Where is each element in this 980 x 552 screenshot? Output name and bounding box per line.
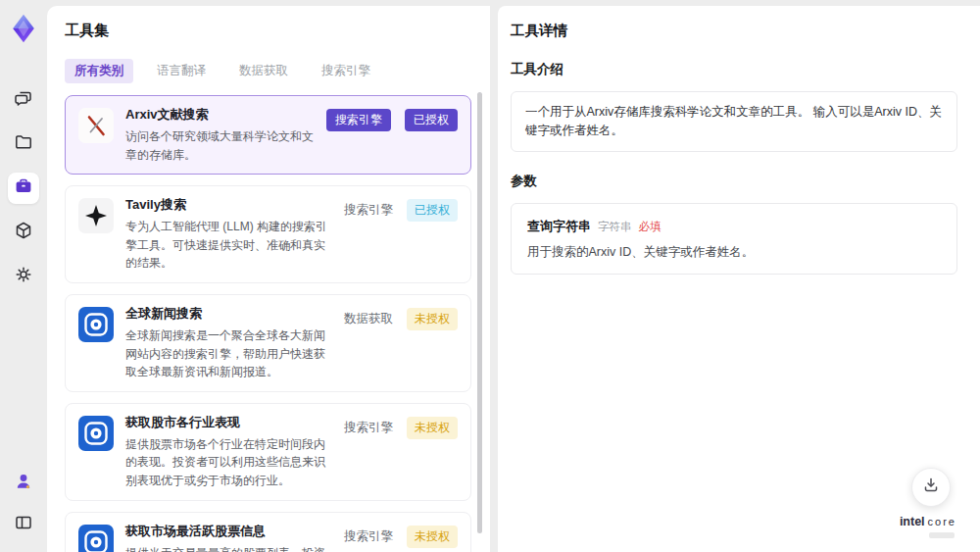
tool-category-badge: 数据获取 [344, 311, 393, 327]
tab-data-fetch[interactable]: 数据获取 [229, 59, 298, 83]
tool-category-badge: 搜索引擎 [326, 109, 391, 131]
sidebar-item-account[interactable] [8, 468, 39, 499]
page-title: 工具集 [65, 22, 472, 40]
tool-name: 获取市场最活跃股票信息 [125, 523, 332, 540]
tool-card-meta: 搜索引擎 未授权 [344, 417, 458, 439]
tool-card-body: 获取股市各行业表现 提供股票市场各个行业在特定时间段内的表现。投资者可以利用这些… [125, 414, 332, 490]
tool-description: 提供股票市场各个行业在特定时间段内的表现。投资者可以利用这些信息来识别表现优于或… [125, 435, 332, 490]
tool-card-meta: 数据获取 未授权 [344, 308, 458, 330]
tool-card-body: Arxiv文献搜索 访问各个研究领域大量科学论文和文章的存储库。 [125, 106, 315, 164]
sidebar-item-packages[interactable] [8, 217, 39, 248]
params-heading: 参数 [511, 173, 957, 190]
intro-heading: 工具介绍 [511, 61, 957, 78]
intro-text: 一个用于从Arxiv存储库搜索科学论文和文章的工具。 输入可以是Arxiv ID… [511, 91, 957, 152]
toolbox-icon [14, 176, 33, 200]
folder-icon [14, 132, 33, 156]
tool-name: Tavily搜索 [125, 196, 332, 214]
intel-core-logo: intelcore [900, 512, 956, 538]
main-area: 工具集 所有类别 语言翻译 数据获取 搜索引擎 Arxiv文献搜索 访问各个研究… [47, 0, 980, 552]
tab-all-categories[interactable]: 所有类别 [65, 59, 133, 83]
sidebar-item-files[interactable] [8, 128, 39, 160]
tool-card-meta: 搜索引擎 已授权 [344, 199, 458, 222]
category-tabs: 所有类别 语言翻译 数据获取 搜索引擎 [65, 59, 472, 83]
tool-icon [78, 198, 114, 233]
tool-card-meta: 搜索引擎 已授权 [326, 109, 458, 131]
tool-card-meta: 搜索引擎 未授权 [344, 526, 458, 548]
tool-auth-status-badge: 未授权 [407, 526, 458, 548]
sidebar-item-tools[interactable] [8, 173, 39, 204]
sidebar-item-collapse[interactable] [8, 509, 39, 540]
tool-category-badge: 搜索引擎 [344, 202, 393, 219]
tab-search-engine[interactable]: 搜索引擎 [312, 59, 380, 83]
tool-card[interactable]: Tavily搜索 专为人工智能代理 (LLM) 构建的搜索引擎工具。可快速提供实… [65, 185, 471, 283]
tab-language-translation[interactable]: 语言翻译 [147, 59, 216, 83]
tool-description: 提供当天交易量最高的股票列表，投资者可以利用这些信息来识别流动性强的股票和潜在的… [125, 544, 332, 552]
tool-card[interactable]: 全球新闻搜索 全球新闻搜索是一个聚合全球各大新闻网站内容的搜索引擎，帮助用户快速… [65, 294, 471, 392]
sidebar-nav [8, 84, 39, 292]
tool-icon [78, 416, 114, 451]
tool-card-body: 获取市场最活跃股票信息 提供当天交易量最高的股票列表，投资者可以利用这些信息来识… [125, 523, 332, 552]
user-avatar-icon [14, 472, 33, 495]
tool-name: Arxiv文献搜索 [125, 106, 315, 124]
list-scrollbar[interactable] [477, 92, 482, 533]
param-description: 用于搜索的Arxiv ID、关键字或作者姓名。 [527, 244, 941, 261]
settings-gear-icon [14, 265, 33, 288]
panel-toggle-icon [14, 513, 33, 536]
tool-description: 全球新闻搜索是一个聚合全球各大新闻网站内容的搜索引擎，帮助用户快速获取全球最新资… [125, 326, 332, 381]
tool-auth-status-badge: 未授权 [407, 417, 458, 439]
param-type: 字符串 [598, 221, 632, 232]
tool-card[interactable]: 获取股市各行业表现 提供股票市场各个行业在特定时间段内的表现。投资者可以利用这些… [65, 403, 471, 501]
tool-description: 访问各个研究领域大量科学论文和文章的存储库。 [125, 127, 315, 164]
tool-detail-panel: 工具详情 工具介绍 一个用于从Arxiv存储库搜索科学论文和文章的工具。 输入可… [498, 6, 980, 552]
tool-auth-status-badge: 未授权 [407, 308, 458, 330]
tool-auth-status-badge: 已授权 [405, 109, 458, 131]
tool-auth-status-badge: 已授权 [407, 199, 458, 222]
tool-card[interactable]: 获取市场最活跃股票信息 提供当天交易量最高的股票列表，投资者可以利用这些信息来识… [65, 512, 471, 552]
app-window: 工具集 所有类别 语言翻译 数据获取 搜索引擎 Arxiv文献搜索 访问各个研究… [0, 0, 980, 552]
tool-icon [78, 108, 114, 143]
tool-card-body: 全球新闻搜索 全球新闻搜索是一个聚合全球各大新闻网站内容的搜索引擎，帮助用户快速… [125, 305, 332, 381]
param-name: 查询字符串 [527, 219, 591, 233]
brand-core-text: core [928, 516, 956, 527]
tool-icon [78, 307, 114, 342]
sidebar [0, 0, 47, 552]
tool-card-body: Tavily搜索 专为人工智能代理 (LLM) 构建的搜索引擎工具。可快速提供实… [125, 196, 332, 273]
param-header: 查询字符串字符串必填 [527, 217, 941, 235]
chat-icon [14, 88, 33, 112]
tool-list-panel: 工具集 所有类别 语言翻译 数据获取 搜索引擎 Arxiv文献搜索 访问各个研究… [47, 6, 490, 552]
tool-name: 获取股市各行业表现 [125, 414, 332, 431]
tool-name: 全球新闻搜索 [125, 305, 332, 323]
sidebar-bottom [8, 468, 39, 540]
detail-title: 工具详情 [511, 22, 957, 40]
tool-icon [78, 525, 114, 552]
brand-intel-text: intel [900, 515, 925, 528]
tool-description: 专为人工智能代理 (LLM) 构建的搜索引擎工具。可快速提供实时、准确和真实的结… [125, 218, 332, 273]
cube-icon [14, 221, 33, 244]
brand-sub-bar [929, 532, 955, 538]
sidebar-item-settings[interactable] [8, 261, 39, 292]
param-required-badge: 必填 [639, 221, 662, 232]
tool-card[interactable]: Arxiv文献搜索 访问各个研究领域大量科学论文和文章的存储库。 搜索引擎 已授… [65, 95, 471, 175]
tool-category-badge: 搜索引擎 [344, 528, 393, 545]
download-button[interactable] [911, 468, 951, 507]
tool-list: Arxiv文献搜索 访问各个研究领域大量科学论文和文章的存储库。 搜索引擎 已授… [65, 95, 471, 552]
app-logo-icon[interactable] [5, 8, 42, 49]
param-item: 查询字符串字符串必填 用于搜索的Arxiv ID、关键字或作者姓名。 [511, 203, 957, 275]
download-icon [921, 476, 941, 499]
tool-category-badge: 搜索引擎 [344, 420, 393, 436]
sidebar-item-chat[interactable] [8, 84, 39, 116]
